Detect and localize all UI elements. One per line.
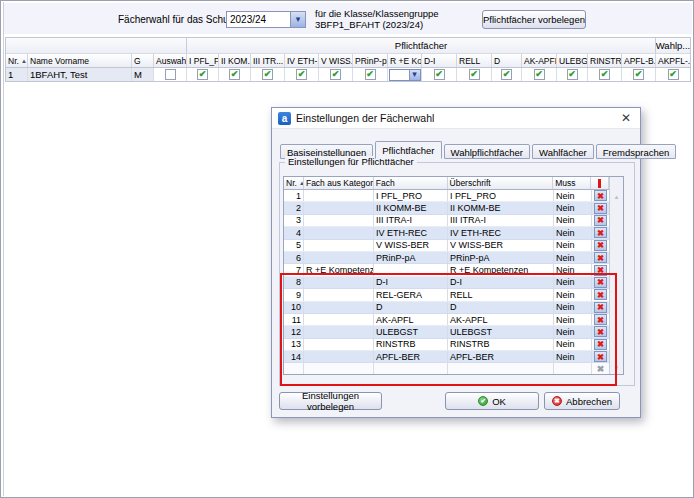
cell-muss: Nein xyxy=(554,227,592,238)
tab-wahlfächer[interactable]: Wahlfächer xyxy=(532,144,594,159)
table-row[interactable]: 2II KOMM-BEII KOMM-BENein✖ xyxy=(284,202,623,214)
combobox-dropdown-button[interactable]: ▾ xyxy=(409,70,420,80)
main-column-header[interactable]: G xyxy=(132,54,154,67)
delete-row-button[interactable]: ✖ xyxy=(594,326,607,337)
delete-row-button[interactable]: ✖ xyxy=(594,227,607,238)
dialog-column-header[interactable]: Nr.▲ xyxy=(284,177,304,189)
tab-fremdsprachen[interactable]: Fremdsprachen xyxy=(596,144,677,159)
subject-cell: ✔ xyxy=(285,68,319,81)
checkbox-checked[interactable]: ✔ xyxy=(229,69,240,80)
ok-button[interactable]: ✔ OK xyxy=(445,392,539,410)
cell-fach-aus-kategorie xyxy=(304,314,374,325)
checkbox-checked[interactable]: ✔ xyxy=(365,69,376,80)
vertical-scrollbar[interactable]: ▲ ▼ xyxy=(609,177,623,374)
delete-row-button[interactable]: ✖ xyxy=(594,252,607,263)
main-column-header[interactable]: III ITR... xyxy=(251,54,285,67)
tab-wahlpflichtfächer[interactable]: Wahlpflichtfächer xyxy=(444,144,531,159)
checkbox-checked[interactable]: ✔ xyxy=(434,69,445,80)
table-row[interactable]: 6PRinP-pAPRinP-pANein✖ xyxy=(284,252,623,264)
delete-row-button[interactable]: ✖ xyxy=(594,289,607,300)
table-row[interactable]: 8D-ID-INein✖ xyxy=(284,277,623,289)
table-row[interactable]: 7R +E KompetenzenR +E KompetenzenNein✖ xyxy=(284,264,623,276)
main-column-header[interactable]: Nr.▲ xyxy=(6,54,28,67)
delete-cell: ✖ xyxy=(592,240,610,251)
main-column-header[interactable]: II KOM... xyxy=(219,54,251,67)
cell-fach-aus-kategorie xyxy=(304,252,374,263)
table-row[interactable]: 10DDNein✖ xyxy=(284,302,623,314)
table-row[interactable]: 1I PFL_PROI PFL_PRONein✖ xyxy=(284,190,623,202)
dialog-titlebar[interactable]: a Einstellungen der Fächerwahl ✕ xyxy=(272,108,640,129)
main-column-header[interactable]: Auswahl xyxy=(154,54,187,67)
table-row[interactable]: 5V WISS-BERV WISS-BERNein✖ xyxy=(284,240,623,252)
scroll-up-icon[interactable]: ▲ xyxy=(610,191,623,202)
scroll-down-icon[interactable]: ▼ xyxy=(610,362,623,373)
delete-row-button[interactable]: ✖ xyxy=(594,302,607,313)
main-grid-row[interactable]: 11BFAHT, TestM✔✔✔✔✔✔▾✔✔✔✔✔✔✔✔ xyxy=(6,68,690,81)
dialog-column-header[interactable]: Überschrift xyxy=(448,177,554,189)
main-column-header[interactable]: R +E Ko... xyxy=(388,54,422,67)
delete-row-button[interactable]: ✖ xyxy=(594,203,607,214)
table-row[interactable]: 9REL-GERARELLNein✖ xyxy=(284,289,623,301)
main-column-header[interactable]: RINSTRB xyxy=(588,54,622,67)
subject-cell: ✔ xyxy=(353,68,388,81)
delete-row-button[interactable]: ✖ xyxy=(594,240,607,251)
school-year-select[interactable]: 2023/24 ▾ xyxy=(226,11,306,28)
abbrechen-button[interactable]: ✖ Abbrechen xyxy=(544,392,620,410)
checkbox-unchecked[interactable] xyxy=(165,69,176,80)
einstellungen-vorbelegen-button[interactable]: Einstellungen vorbelegen xyxy=(279,392,382,410)
table-row[interactable]: 11AK-APFLAK-APFLNein✖ xyxy=(284,314,623,326)
delete-row-button[interactable]: ✖ xyxy=(594,277,607,288)
group-header-wahlpflicht: Wahlp... xyxy=(656,38,690,53)
checkbox-checked[interactable]: ✔ xyxy=(534,69,545,80)
main-column-header[interactable]: PRinP-pA xyxy=(353,54,388,67)
main-column-header[interactable]: RELL xyxy=(457,54,492,67)
checkbox-checked[interactable]: ✔ xyxy=(296,69,307,80)
red-marker-bar xyxy=(598,179,601,188)
main-column-header[interactable]: ULEBGST xyxy=(557,54,588,67)
dialog-column-header[interactable]: Fach aus Kategorie xyxy=(304,177,374,189)
close-icon[interactable]: ✕ xyxy=(618,111,634,125)
table-row[interactable]: 14APFL-BERAPFL-BERNein✖ xyxy=(284,351,623,363)
checkbox-checked[interactable]: ✔ xyxy=(469,69,480,80)
main-column-header[interactable]: V WISS... xyxy=(319,54,353,67)
delete-row-button[interactable]: ✖ xyxy=(594,190,607,201)
row-nr: 1 xyxy=(284,190,304,201)
checkbox-checked[interactable]: ✔ xyxy=(501,69,512,80)
subject-combobox[interactable]: ▾ xyxy=(389,69,421,81)
main-column-header[interactable]: APFL-B... xyxy=(622,54,656,67)
delete-row-button[interactable]: ✖ xyxy=(594,314,607,325)
dialog-column-header[interactable]: Muss xyxy=(553,177,591,189)
delete-row-button[interactable]: ✖ xyxy=(594,351,607,362)
pflichtfaecher-vorbelegen-button[interactable]: Pflichtfächer vorbelegen xyxy=(482,10,586,29)
checkbox-checked[interactable]: ✔ xyxy=(330,69,341,80)
checkbox-checked[interactable]: ✔ xyxy=(599,69,610,80)
dialog-button-bar: Einstellungen vorbelegen ✔ OK ✖ Abbreche… xyxy=(272,392,642,410)
delete-row-button[interactable]: ✖ xyxy=(594,215,607,226)
main-column-header[interactable]: I PFL_P... xyxy=(187,54,219,67)
main-column-header[interactable]: AK-APFL xyxy=(522,54,557,67)
table-row[interactable]: 3III ITRA-IIII ITRA-INein✖ xyxy=(284,215,623,227)
checkbox-checked[interactable]: ✔ xyxy=(668,69,679,80)
dialog-column-header[interactable]: Fach xyxy=(374,177,448,189)
checkbox-checked[interactable]: ✔ xyxy=(262,69,273,80)
delete-x-icon: ✖ xyxy=(597,340,604,348)
checkbox-checked[interactable]: ✔ xyxy=(567,69,578,80)
delete-row-button[interactable]: ✖ xyxy=(594,265,607,276)
empty-row[interactable]: ✖ xyxy=(284,363,623,375)
table-row[interactable]: 12ULEBGSTULEBGSTNein✖ xyxy=(284,326,623,338)
main-column-header[interactable]: Name Vorname xyxy=(28,54,132,67)
main-column-header[interactable]: AKPFL-... xyxy=(656,54,690,67)
tab-pflichtfächer[interactable]: Pflichtfächer xyxy=(375,141,441,159)
main-column-header[interactable]: D xyxy=(492,54,522,67)
school-year-dropdown-button[interactable]: ▾ xyxy=(290,12,305,27)
table-row[interactable]: 4IV ETH-RECIV ETH-RECNein✖ xyxy=(284,227,623,239)
checkbox-checked[interactable]: ✔ xyxy=(197,69,208,80)
main-column-header[interactable]: D-I xyxy=(422,54,457,67)
row-nr: 7 xyxy=(284,264,304,275)
table-row[interactable]: 13RINSTRBRINSTRBNein✖ xyxy=(284,339,623,351)
cell-ueberschrift: APFL-BER xyxy=(448,351,554,362)
delete-row-button[interactable]: ✖ xyxy=(594,339,607,350)
checkbox-checked[interactable]: ✔ xyxy=(633,69,644,80)
main-column-header[interactable]: IV ETH-... xyxy=(285,54,319,67)
cell-muss: Nein xyxy=(554,264,592,275)
